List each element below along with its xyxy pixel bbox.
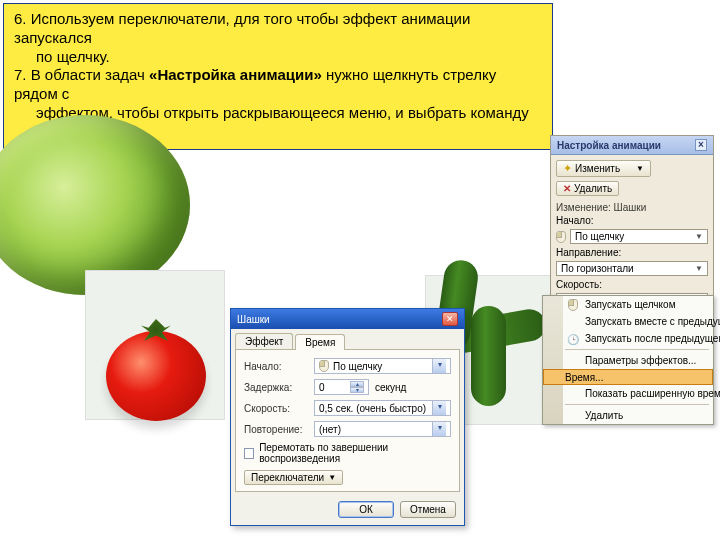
delete-icon: ✕ xyxy=(563,183,571,194)
change-effect-button[interactable]: ✦ Изменить ▼ xyxy=(556,160,651,177)
changing-label: Изменение: Шашки xyxy=(556,202,708,213)
repeat-label: Повторение: xyxy=(244,424,308,435)
delay-spinner[interactable]: 0 ▴▾ xyxy=(314,379,369,395)
tab-effect[interactable]: Эффект xyxy=(235,333,293,349)
note-line: по щелчку. xyxy=(36,48,110,65)
mouse-icon xyxy=(568,299,578,311)
speed-select[interactable]: 0,5 сек. (очень быстро) ▾ xyxy=(314,400,451,416)
effect-context-menu: Запускать щелчком Запускать вместе с пре… xyxy=(542,295,714,425)
ok-button[interactable]: ОК xyxy=(338,501,394,518)
note-line: 7. В области задач xyxy=(14,66,149,83)
cancel-button[interactable]: Отмена xyxy=(400,501,456,518)
menu-start-after-previous[interactable]: 🕒 Запускать после предыдущего xyxy=(543,330,713,347)
repeat-select[interactable]: (нет) ▾ xyxy=(314,421,451,437)
menu-start-on-click[interactable]: Запускать щелчком xyxy=(543,296,713,313)
chevron-down-icon: ▼ xyxy=(636,164,644,173)
chevron-down-icon: ▼ xyxy=(695,232,703,241)
close-icon[interactable]: ✕ xyxy=(442,312,458,326)
spin-down-icon[interactable]: ▾ xyxy=(350,387,364,393)
mouse-icon xyxy=(319,360,329,372)
dialog-title-bar[interactable]: Шашки ✕ xyxy=(231,309,464,329)
delay-unit: секунд xyxy=(375,382,406,393)
tab-time[interactable]: Время xyxy=(295,334,345,350)
start-select[interactable]: По щелчку ▼ xyxy=(570,229,708,244)
start-select[interactable]: По щелчку ▾ xyxy=(314,358,451,374)
chevron-down-icon: ▼ xyxy=(695,264,703,273)
delay-label: Задержка: xyxy=(244,382,308,393)
start-label: Начало: xyxy=(244,361,308,372)
menu-start-with-previous[interactable]: Запускать вместе с предыдущим xyxy=(543,313,713,330)
menu-effect-options[interactable]: Параметры эффектов... xyxy=(543,352,713,369)
tomato-image xyxy=(85,270,225,420)
task-pane-title-bar[interactable]: Настройка анимации × xyxy=(551,136,713,155)
chevron-down-icon: ▾ xyxy=(432,401,446,415)
menu-timing[interactable]: Время... xyxy=(543,369,713,385)
triggers-button[interactable]: Переключатели ▼ xyxy=(244,470,343,485)
speed-label: Скорость: xyxy=(556,279,602,290)
menu-advanced-timeline[interactable]: Показать расширенную временную шкалу xyxy=(543,385,713,402)
speed-label: Скорость: xyxy=(244,403,308,414)
menu-delete[interactable]: Удалить xyxy=(543,407,713,424)
start-label: Начало: xyxy=(556,215,616,226)
mouse-icon xyxy=(556,231,566,243)
note-bold: «Настройка анимации» xyxy=(149,66,322,83)
remove-effect-button[interactable]: ✕ Удалить xyxy=(556,181,619,196)
rewind-checkbox[interactable]: Перемотать по завершении воспроизведения xyxy=(244,442,451,464)
direction-select[interactable]: По горизонтали ▼ xyxy=(556,261,708,276)
dialog-title: Шашки xyxy=(237,314,270,325)
chevron-down-icon: ▾ xyxy=(432,359,446,373)
timing-dialog: Шашки ✕ Эффект Время Начало: По щелчку ▾… xyxy=(230,308,465,526)
clock-icon: 🕒 xyxy=(566,332,580,346)
star-icon: ✦ xyxy=(563,162,572,175)
checkbox-icon xyxy=(244,448,254,459)
close-icon[interactable]: × xyxy=(695,139,707,151)
chevron-down-icon: ▾ xyxy=(432,422,446,436)
note-line: 6. Используем переключатели, для того чт… xyxy=(14,10,470,46)
direction-label: Направление: xyxy=(556,247,621,258)
task-pane-title: Настройка анимации xyxy=(557,140,661,151)
chevron-down-icon: ▼ xyxy=(328,473,336,482)
